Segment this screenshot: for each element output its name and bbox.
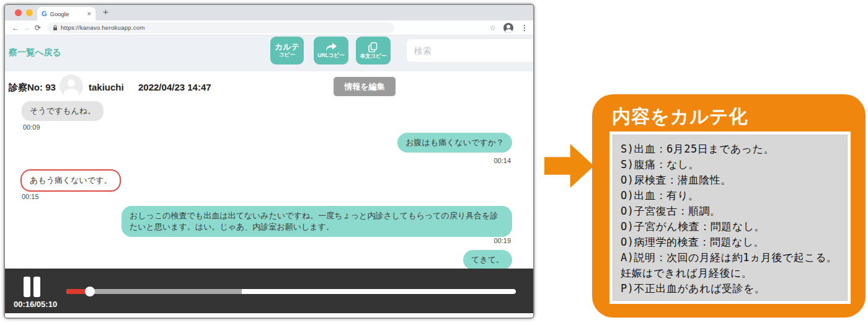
message-timestamp: 00:14	[494, 157, 511, 164]
karte-line: O)出血：有り。	[621, 188, 839, 203]
orange-arrow-icon	[544, 144, 594, 188]
new-tab-button[interactable]: +	[103, 6, 108, 17]
consult-datetime: 2022/04/23 14:47	[138, 82, 211, 92]
karte-copy-button[interactable]: カルテ コピー	[270, 37, 304, 65]
url-text: https://kanavo.herokuapp.com	[61, 24, 145, 31]
chat-bubble-left: そうですもんね。	[22, 101, 104, 121]
message-timestamp: 00:19	[494, 237, 511, 244]
karte-copy-label-main: カルテ	[275, 43, 299, 51]
progress-bar[interactable]	[66, 289, 516, 294]
chat-bubble-right: お腹はも痛くないですか？	[397, 133, 512, 153]
copy-pages-icon	[368, 42, 378, 53]
chat-bubble-right-long: おしっこの検査でも出血は出てないみたいですね。一度ちょっと内診さしてもらっての戻…	[122, 206, 512, 237]
karte-line: P)不正出血があれば受診を。	[621, 281, 839, 296]
browser-tab-google[interactable]: G Google ×	[37, 7, 95, 20]
back-to-consult-list-link[interactable]: 察一覧へ戻る	[9, 47, 61, 58]
consult-number: 診察No: 93	[9, 82, 56, 94]
karte-line: O)子宮がん検査：問題なし。	[621, 219, 839, 234]
url-copy-label: URLコピー	[317, 53, 344, 58]
chat-bubble-right: てきて。	[463, 250, 512, 270]
body-copy-label: 本文コピー	[360, 53, 387, 59]
player-time-display: 00:16/05:10	[14, 300, 57, 309]
bookmark-star-icon[interactable]: ☆	[489, 24, 496, 32]
urlbar-actions: ☆ ⋮	[489, 23, 528, 33]
callout-title: 内容をカルテ化	[612, 104, 748, 130]
avatar	[60, 74, 83, 98]
karte-copy-label-sub: コピー	[279, 52, 295, 58]
google-favicon-icon: G	[42, 11, 47, 17]
browser-menu-icon[interactable]: ⋮	[521, 24, 528, 32]
edit-info-button[interactable]: 情報を編集	[334, 77, 396, 96]
screenshot-canvas: G Google × + ← → ⟳ https://kanavo.heroku…	[0, 0, 868, 325]
minimize-window-button[interactable]	[26, 9, 33, 16]
karte-line: O)病理学的検査：問題なし。	[621, 234, 839, 250]
url-copy-button[interactable]: URLコピー	[314, 37, 348, 65]
user-name: takiuchi	[89, 82, 124, 92]
karte-line: S)出血：6月25日まであった。	[621, 141, 839, 157]
audio-player-bar: 00:16/05:10	[5, 269, 533, 313]
close-window-button[interactable]	[15, 9, 22, 16]
back-icon[interactable]: ←	[10, 24, 21, 32]
browser-url-bar: ← → ⟳ https://kanavo.herokuapp.com ☆ ⋮	[5, 20, 533, 35]
karte-line: S)腹痛：なし。	[621, 157, 839, 172]
progress-handle[interactable]	[85, 287, 95, 296]
karte-line: O)子宮復古：順調。	[621, 203, 839, 219]
reload-icon[interactable]: ⟳	[32, 24, 43, 32]
lock-icon	[53, 25, 58, 31]
karte-text-box: S)出血：6月25日まであった。 S)腹痛：なし。 O)尿検査：潜血陰性。 O)…	[609, 131, 851, 304]
body-copy-button[interactable]: 本文コピー	[356, 37, 391, 65]
pause-button[interactable]	[24, 277, 41, 297]
share-arrow-icon	[325, 42, 337, 52]
karte-line: A)説明：次回の月経は約1ヵ月後で起こる。妊娠はできれば月経後に。	[621, 250, 839, 281]
browser-window: G Google × + ← → ⟳ https://kanavo.heroku…	[4, 4, 534, 319]
message-timestamp: 00:15	[22, 193, 39, 200]
tab-title: Google	[50, 11, 84, 17]
forward-icon[interactable]: →	[21, 24, 32, 32]
address-bar[interactable]: https://kanavo.herokuapp.com	[47, 22, 394, 33]
tab-close-icon[interactable]: ×	[87, 11, 91, 17]
karte-line: O)尿検査：潜血陰性。	[621, 172, 839, 188]
message-timestamp: 00:09	[23, 123, 40, 131]
browser-tab-bar: G Google × +	[5, 5, 533, 20]
browser-profile-icon[interactable]	[503, 23, 513, 33]
search-input[interactable]	[407, 39, 534, 62]
chat-bubble-highlighted: あもう痛くないです。	[20, 169, 121, 192]
karte-callout-panel: 内容をカルテ化 S)出血：6月25日まであった。 S)腹痛：なし。 O)尿検査：…	[592, 94, 866, 318]
